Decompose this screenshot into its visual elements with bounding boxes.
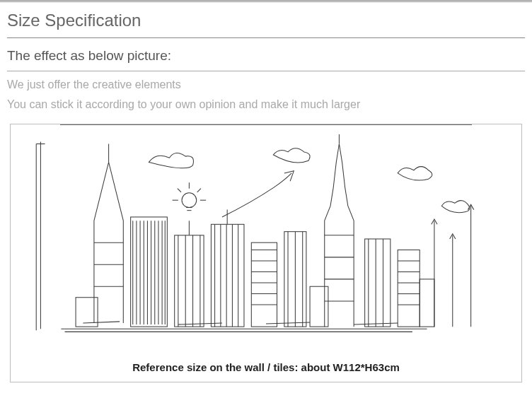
content-container: Size Specification The effect as below p… bbox=[0, 8, 532, 124]
section-subtitle: The effect as below picture: bbox=[7, 38, 525, 71]
svg-rect-41 bbox=[251, 242, 277, 327]
svg-line-73 bbox=[83, 322, 120, 323]
illustration-frame: Reference size on the wall / tiles: abou… bbox=[10, 124, 522, 382]
svg-rect-72 bbox=[420, 279, 434, 327]
svg-rect-28 bbox=[175, 235, 204, 327]
svg-rect-61 bbox=[398, 250, 420, 327]
svg-rect-34 bbox=[211, 224, 244, 327]
note-line-2: You can stick it according to your own o… bbox=[7, 95, 525, 124]
svg-rect-71 bbox=[310, 286, 328, 327]
caption-block: Reference size on the wall / tiles: abou… bbox=[11, 124, 521, 125]
svg-line-12 bbox=[197, 189, 201, 192]
svg-line-11 bbox=[178, 189, 181, 192]
top-double-rule bbox=[0, 0, 532, 2]
reference-size-caption: Reference size on the wall / tiles: abou… bbox=[11, 361, 521, 373]
caption-rule bbox=[60, 124, 472, 125]
cityscape-sketch bbox=[32, 131, 500, 346]
note-line-1: We just offer the creative elements bbox=[7, 71, 525, 95]
svg-point-5 bbox=[182, 193, 197, 208]
cityscape-svg bbox=[32, 131, 500, 346]
section-title: Size Specification bbox=[7, 8, 525, 38]
